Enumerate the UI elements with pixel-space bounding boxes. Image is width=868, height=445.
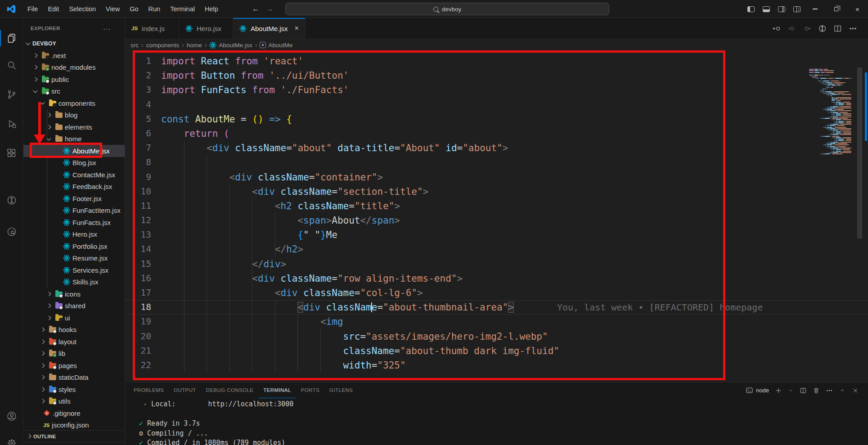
activitybar-extensions[interactable] bbox=[0, 143, 23, 163]
panel-tab-output[interactable]: OUTPUT bbox=[169, 382, 201, 398]
tab-index-js[interactable]: JSindex.js bbox=[125, 18, 179, 39]
tree-item-footer-jsx[interactable]: Footer.jsx bbox=[23, 193, 125, 205]
tree-item-components[interactable]: components bbox=[23, 97, 125, 109]
tree-item-shared[interactable]: shared bbox=[23, 300, 125, 312]
tree-item-contactme-jsx[interactable]: ContactMe.jsx bbox=[23, 169, 125, 181]
tree-item-ui[interactable]: ui bbox=[23, 312, 125, 324]
editor-scrollbar[interactable] bbox=[856, 51, 863, 382]
breadcrumb-separator: › bbox=[181, 41, 184, 49]
tree-item-jsconfig-json[interactable]: JSjsconfig.json bbox=[23, 419, 125, 432]
activitybar-gitlens[interactable] bbox=[0, 190, 23, 210]
activitybar-run-and-debug[interactable] bbox=[0, 114, 23, 134]
tree-item-hero-jsx[interactable]: Hero.jsx bbox=[23, 229, 125, 241]
tree-item-home[interactable]: home bbox=[23, 133, 125, 145]
split-editor-icon[interactable] bbox=[833, 24, 842, 33]
tree-item-node_modules[interactable]: node_modules bbox=[23, 62, 125, 74]
panel-tab-ports[interactable]: PORTS bbox=[296, 382, 324, 398]
tree-item-pages[interactable]: pages bbox=[23, 360, 125, 372]
workspace-root-row[interactable]: DEVBOY bbox=[23, 38, 125, 49]
breadcrumb-item-components[interactable]: components bbox=[146, 42, 180, 49]
menu-selection[interactable]: Selection bbox=[64, 0, 101, 18]
tree-item-blog-jsx[interactable]: Blog.jsx bbox=[23, 157, 125, 169]
tree-item-feedback-jsx[interactable]: Feedback.jsx bbox=[23, 181, 125, 193]
next-change-icon[interactable] bbox=[803, 24, 811, 33]
tree-item-resume-jsx[interactable]: Resume.jsx bbox=[23, 252, 125, 265]
toggle-panel-icon[interactable] bbox=[763, 6, 770, 12]
activitybar-source-control[interactable] bbox=[0, 85, 23, 104]
breadcrumb-item-aboutme[interactable]: AboutMe bbox=[260, 42, 292, 49]
tree-item-src[interactable]: src bbox=[23, 85, 125, 98]
terminal-instance[interactable]: node bbox=[746, 387, 769, 394]
outline-section[interactable]: OUTLINE bbox=[23, 430, 125, 442]
timeline-section[interactable]: TIMELINE bbox=[23, 442, 125, 445]
toggle-secondary-sidebar-icon[interactable] bbox=[778, 6, 785, 12]
tree-item-staticdata[interactable]: staticData bbox=[23, 372, 125, 384]
collapse-panel-icon[interactable] bbox=[839, 387, 846, 394]
tree-item-aboutme-jsx[interactable]: AboutMe.jsx bbox=[23, 145, 125, 157]
panel-tab-gitlens[interactable]: GITLENS bbox=[324, 382, 358, 398]
customize-layout-icon[interactable] bbox=[793, 6, 801, 12]
scrollbar-thumb[interactable] bbox=[857, 67, 862, 238]
close-button[interactable]: × bbox=[847, 0, 868, 18]
menu-file[interactable]: File bbox=[22, 0, 43, 18]
activitybar-settings[interactable] bbox=[0, 433, 23, 445]
tree-item-skills-jsx[interactable]: Skills.jsx bbox=[23, 276, 125, 288]
tree-item-lib[interactable]: lib bbox=[23, 348, 125, 360]
panel-tab-terminal[interactable]: TERMINAL bbox=[258, 382, 296, 398]
split-terminal-icon[interactable] bbox=[800, 387, 807, 394]
kill-terminal-icon[interactable] bbox=[813, 387, 820, 394]
explorer-more-actions-icon[interactable]: ··· bbox=[103, 25, 111, 32]
folder-icon bbox=[49, 339, 56, 345]
minimize-button[interactable] bbox=[805, 0, 826, 18]
menu-run[interactable]: Run bbox=[144, 0, 166, 18]
tree-item-public[interactable]: public bbox=[23, 73, 125, 85]
tree-item-funfacts-jsx[interactable]: FunFacts.jsx bbox=[23, 216, 125, 229]
activitybar-search[interactable] bbox=[0, 55, 23, 75]
open-changes-icon[interactable] bbox=[772, 24, 781, 33]
tree-item-styles[interactable]: styles bbox=[23, 383, 125, 396]
new-terminal-icon[interactable] bbox=[775, 387, 782, 394]
minimap[interactable] bbox=[806, 51, 855, 382]
menu-edit[interactable]: Edit bbox=[43, 0, 64, 18]
more-icon[interactable] bbox=[849, 24, 857, 33]
tree-item-layout[interactable]: layout bbox=[23, 336, 125, 348]
tree-item-blog[interactable]: blog bbox=[23, 109, 125, 121]
more-actions-icon[interactable] bbox=[826, 387, 833, 394]
panel-tab-problems[interactable]: PROBLEMS bbox=[129, 382, 169, 398]
activitybar-explorer[interactable] bbox=[0, 28, 23, 48]
command-center-search[interactable]: devboy bbox=[285, 3, 609, 15]
panel-tab-debug-console[interactable]: DEBUG CONSOLE bbox=[201, 382, 259, 398]
tree-item-services-jsx[interactable]: Services.jsx bbox=[23, 264, 125, 276]
tree-item-hooks[interactable]: hooks bbox=[23, 324, 125, 336]
back-arrow-icon[interactable]: ← bbox=[252, 4, 260, 13]
localhost-link[interactable]: http://localhost:3000 bbox=[208, 400, 294, 408]
code-editor[interactable]: 1import React from 'react'2import Button… bbox=[125, 51, 868, 382]
activitybar-account[interactable] bbox=[0, 406, 23, 426]
menu-terminal[interactable]: Terminal bbox=[165, 0, 200, 18]
tree-item--gitignore[interactable]: .gitignore bbox=[23, 407, 125, 419]
breadcrumb-item-home[interactable]: home bbox=[187, 42, 202, 49]
tree-item-portfolio-jsx[interactable]: Portfolio.jsx bbox=[23, 240, 125, 252]
menu-go[interactable]: Go bbox=[125, 0, 143, 18]
tree-item-funfactitem-jsx[interactable]: FunFactItem.jsx bbox=[23, 205, 125, 217]
breadcrumb-item-aboutme-jsx[interactable]: AboutMe.jsx bbox=[209, 41, 252, 49]
tree-item-elements[interactable]: elements bbox=[23, 121, 125, 133]
launch-profile-dropdown-icon[interactable] bbox=[788, 387, 794, 393]
toggle-sidebar-icon[interactable] bbox=[747, 6, 755, 12]
tab-hero-jsx[interactable]: Hero.jsx bbox=[179, 18, 233, 39]
restore-button[interactable] bbox=[826, 0, 847, 18]
menu-help[interactable]: Help bbox=[200, 0, 223, 18]
tab-close-icon[interactable]: × bbox=[295, 24, 299, 32]
tree-item-icons[interactable]: icons bbox=[23, 288, 125, 300]
gitlens-icon[interactable] bbox=[818, 24, 827, 33]
activitybar-gitlens-inspect[interactable] bbox=[0, 222, 23, 242]
react-icon bbox=[63, 147, 70, 154]
close-panel-icon[interactable] bbox=[852, 387, 859, 394]
tree-item-utils[interactable]: utils bbox=[23, 396, 125, 408]
forward-arrow-icon[interactable]: → bbox=[266, 4, 274, 13]
menu-view[interactable]: View bbox=[101, 0, 125, 18]
breadcrumb-item-src[interactable]: src bbox=[130, 42, 139, 49]
previous-change-icon[interactable] bbox=[787, 24, 796, 33]
tab-aboutme-jsx[interactable]: AboutMe.jsx× bbox=[233, 18, 306, 39]
tree-item--next[interactable]: .next bbox=[23, 49, 125, 62]
